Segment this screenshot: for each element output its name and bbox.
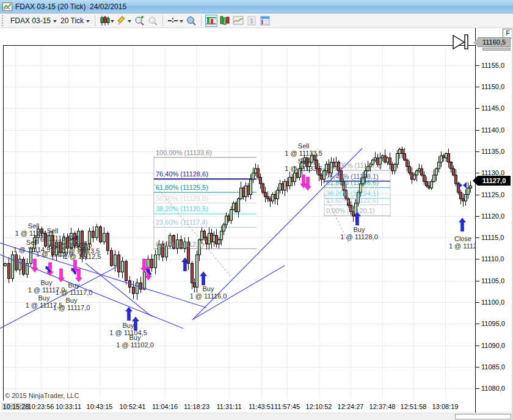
time-tick-label: 12:51:58 [401,403,427,410]
magnifier-plus-icon [134,15,145,26]
svg-text:$: $ [250,18,253,24]
time-tick-label: 11:57:45 [274,403,300,410]
account-data-button[interactable]: $ [246,15,258,27]
price-tick-label: 11120,0 [481,212,504,220]
toolbar-separator [201,15,202,26]
zoom-in-button[interactable] [133,15,145,27]
toolbar: FDAX 03-15 20 Tick [0,13,513,28]
time-tick-label: 10:23:56 [28,403,54,410]
time-tick-label: 12:10:52 [306,403,332,410]
fib-level-label: 50,00% (11123,0) [156,195,208,202]
close-label: Close1 @ 1112 [434,235,475,250]
price-tick [476,367,479,368]
window-titlebar[interactable]: FDAX 03-15 (20 Tick) 24/02/2015 [0,0,513,13]
price-tick-label: 11135,0 [481,148,504,155]
price-tick [476,237,479,238]
price-tick-label: 11115,0 [481,234,504,241]
price-tick [476,346,479,346]
chart-trader-button[interactable] [205,15,217,27]
price-tick [476,151,479,152]
price-tick [476,87,479,87]
chevron-down-icon [128,20,131,23]
time-tick-label: 10:52:41 [120,403,146,410]
time-tick-label: 11:31:11 [216,403,241,410]
price-tick-label: 11155,0 [481,62,504,69]
price-tick [476,108,479,109]
price-tick [476,324,479,324]
time-tick-label: 12:24:27 [338,403,364,410]
high-price-tag: 11160,5 [478,37,511,47]
properties-button[interactable] [259,15,271,27]
chart-style-button[interactable] [99,15,115,27]
copyright-text: © 2015 NinjaTrader, LLC [5,392,79,399]
table-icon [260,15,271,26]
chart-app-icon [2,2,12,11]
data-box-button[interactable] [185,15,197,27]
fib-level-label: 38,20% (11120,5) [156,205,208,212]
instrument-selector[interactable]: FDAX 03-15 [9,15,59,26]
price-tick [476,195,479,195]
price-tick-label: 11105,0 [481,277,504,284]
horizontal-scrollbar[interactable] [455,414,511,419]
price-tick-label: 11095,0 [481,320,505,327]
time-tick-label: 11:04:16 [152,403,178,410]
crosshair-icon [167,15,180,26]
time-tick-label: 11:43:51 [249,403,274,410]
sell-label: Sell1 @ 11133,5 [274,142,333,157]
fib-level-label: 100,00% (11130,6) [326,162,382,169]
buy-label: Buy1 @ 11117,0 [42,297,101,311]
time-tick-label: 10:33:11 [56,403,81,410]
price-tick [476,388,479,389]
drawing-tools-button[interactable] [116,15,132,27]
price-tick-label: 11090,0 [481,342,505,349]
chevron-down-icon [53,20,57,23]
indicator-panel-button[interactable] [232,15,244,27]
tag-arrow [473,176,478,186]
buy-label: Buy1 @ 11102,0 [106,334,164,349]
toolbar-separator [95,15,95,26]
price-tick-label: 11085,0 [481,363,505,371]
status-strip [0,413,513,420]
magnifier-gray-icon [147,15,158,26]
price-tick [476,302,479,303]
price-tick-label: 11150,0 [481,83,504,90]
cursor-mode-button[interactable] [167,15,184,27]
price-tick-label: 11125,0 [481,191,504,198]
price-tick-label: 11140,0 [481,126,504,134]
price-tick-label: 11080,0 [481,385,505,392]
chevron-down-icon [86,20,90,23]
zoom-out-button[interactable] [147,15,159,27]
hidden-price-tag [482,48,511,51]
fib-level-label: 23,60% (11117,4) [156,219,208,226]
window-title: FDAX 03-15 (20 Tick) 24/02/2015 [15,2,126,11]
price-axis[interactable]: F 11160,5 11127,0 11155,011150,011145,01… [475,28,512,413]
wave-chart-icon [233,15,244,26]
toolbar-separator [162,15,163,26]
fib-level-label: 23,60% (11122,6) [326,197,379,204]
bars-panel-button[interactable] [219,15,231,27]
time-tick-label: 11:18:23 [184,403,209,410]
price-tick [476,65,479,66]
dollar-icon: $ [247,15,256,26]
fib-level-label: 61,80% (11125,5) [156,184,208,191]
price-tick [476,281,479,281]
time-axis[interactable]: 10:15:2810:23:5610:33:1110:43:1510:52:41… [0,400,475,413]
price-tick-label: 11110,0 [481,255,504,262]
toolbar-grip[interactable] [2,15,6,26]
pencil-icon [117,15,128,26]
bars-icon [219,15,230,26]
time-tick-label: 13:08:19 [432,403,459,410]
fib-level-label: 0,00% (11120,1) [326,207,375,214]
buy-label: Buy1 @ 11116,0 [179,285,238,300]
fib-level-label: 0,00% (11112,4) [156,241,204,248]
price-tick [476,259,479,259]
chart-panel[interactable]: 100,00% (11133,6)76,40% (11128,6)61,80% … [0,28,513,420]
fib-level-label: 76,40% (11128,6) [156,170,208,178]
price-tick [476,216,479,217]
period-selector[interactable]: 20 Tick [59,15,92,26]
sell-label: Sell1 @ 11112,5 [53,245,112,260]
time-tick-label: 10:43:15 [87,403,113,410]
magnifier-blue-icon [186,15,197,26]
price-tick [476,173,479,173]
chevron-down-icon [180,20,183,23]
